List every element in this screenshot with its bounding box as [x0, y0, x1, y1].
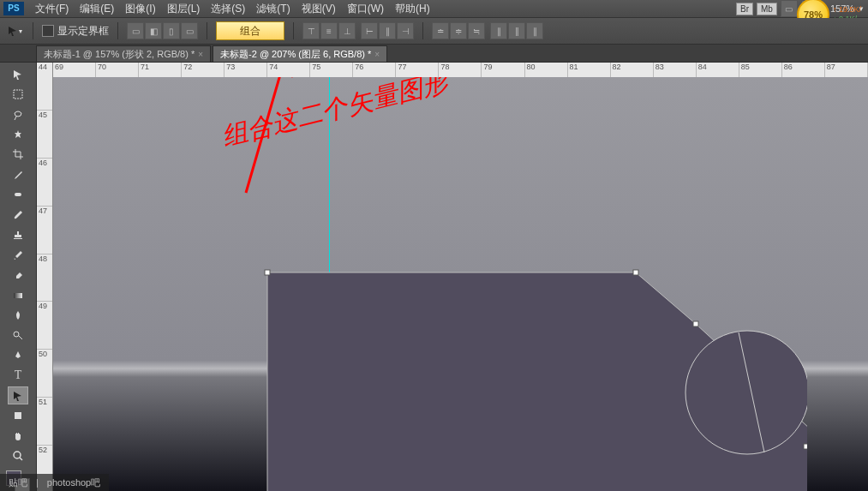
document-tab-2[interactable]: 未标题-2 @ 207% (图层 6, RGB/8) *×	[213, 45, 387, 62]
blur-tool[interactable]	[8, 306, 28, 324]
align-right-icon[interactable]: ⊣	[397, 22, 414, 39]
align-vmid-icon[interactable]: ≡	[320, 22, 338, 39]
path-select-tool[interactable]	[8, 386, 28, 404]
close-icon[interactable]: ×	[198, 50, 203, 59]
align-bottom-icon[interactable]: ⊥	[338, 22, 356, 39]
menu-help[interactable]: 帮助(H)	[390, 2, 435, 16]
menu-view[interactable]: 视图(V)	[296, 2, 341, 16]
move-tool[interactable]	[8, 65, 28, 83]
align-group-1: ⊤ ≡ ⊥	[302, 22, 356, 39]
shape-tool[interactable]	[8, 406, 28, 424]
miniBridge-chip[interactable]: Mb	[757, 3, 777, 15]
gradient-tool[interactable]	[8, 286, 28, 304]
svg-text:组合这二个矢量图形: 组合这二个矢量图形	[218, 77, 452, 151]
menu-select[interactable]: 选择(S)	[206, 2, 250, 16]
svg-rect-0	[14, 90, 22, 99]
vertical-ruler[interactable]: 444546474849505152	[37, 63, 53, 491]
menu-window[interactable]: 窗口(W)	[342, 2, 389, 16]
handwritten-annotation: 组合这二个矢量图形	[199, 77, 559, 231]
hand-tool[interactable]	[8, 427, 28, 445]
heal-tool[interactable]	[8, 186, 28, 204]
dist-4-icon[interactable]: ∥	[490, 22, 507, 39]
align-layer-icon-2[interactable]: ◧	[145, 22, 162, 39]
horizontal-ruler[interactable]: 69707172737475767778798081828384858687	[53, 63, 868, 78]
svg-point-6	[685, 331, 807, 454]
show-bounds-checkbox[interactable]: 显示定界框	[42, 24, 109, 39]
app-logo: PS	[3, 2, 24, 15]
dist-3-icon[interactable]: ≒	[468, 22, 485, 39]
eraser-tool[interactable]	[8, 266, 28, 284]
marquee-tool[interactable]	[8, 85, 28, 103]
menu-filter[interactable]: 滤镜(T)	[251, 2, 295, 16]
align-group-2: ⊢ ∥ ⊣	[361, 22, 414, 39]
brush-tool[interactable]	[8, 206, 28, 224]
lasso-tool[interactable]	[8, 105, 28, 123]
svg-rect-9	[633, 270, 638, 275]
stamp-tool[interactable]	[8, 226, 28, 244]
wand-tool[interactable]	[8, 125, 28, 143]
zoom-tool[interactable]	[8, 446, 28, 464]
align-hmid-icon[interactable]: ∥	[379, 22, 396, 39]
tool-preset-icon[interactable]: ▾	[5, 22, 24, 39]
footer-sub: photoshop吧	[47, 476, 100, 489]
svg-point-3	[14, 332, 19, 337]
menu-file[interactable]: 文件(F)	[30, 2, 74, 16]
align-layer-icon-3[interactable]: ▯	[163, 22, 180, 39]
dist-2-icon[interactable]: ≑	[450, 22, 467, 39]
close-icon[interactable]: ×	[374, 50, 380, 59]
canvas[interactable]: 组合这二个矢量图形	[53, 77, 868, 491]
svg-rect-11	[804, 444, 807, 449]
align-top-icon[interactable]: ⊤	[302, 22, 320, 39]
options-bar: ▾ 显示定界框 ▭ ◧ ▯ ▭ 组合 ⊤ ≡ ⊥ ⊢ ∥ ⊣ ≐ ≑ ≒ ∥ ‖…	[0, 18, 868, 45]
canvas-area: 69707172737475767778798081828384858687 组…	[53, 63, 868, 491]
toolbox: T	[0, 63, 37, 491]
eyedropper-tool[interactable]	[8, 165, 28, 183]
distribute-group-1: ≐ ≑ ≒	[432, 22, 485, 39]
history-brush-tool[interactable]	[8, 246, 28, 264]
align-layer-icon-1[interactable]: ▭	[127, 22, 144, 39]
combine-button[interactable]: 组合	[216, 21, 284, 40]
footer-site: 贴吧	[9, 476, 27, 489]
screen-mode-icon[interactable]: ▭	[781, 0, 798, 17]
footer-watermark: 贴吧 | photoshop吧	[0, 474, 109, 491]
svg-point-5	[14, 452, 21, 458]
dist-6-icon[interactable]: ∥	[526, 22, 543, 39]
menu-image[interactable]: 图像(I)	[120, 2, 160, 16]
align-edges-group: ▭ ◧ ▯ ▭	[127, 22, 198, 39]
svg-rect-4	[15, 412, 21, 419]
document-tab-1[interactable]: 未标题-1 @ 157% (形状 2, RGB/8) *×	[36, 45, 211, 62]
dist-5-icon[interactable]: ‖	[508, 22, 525, 39]
vector-shape[interactable]	[259, 264, 807, 491]
distribute-group-2: ∥ ‖ ∥	[490, 22, 543, 39]
menu-bar: PS 文件(F) 编辑(E) 图像(I) 图层(L) 选择(S) 滤镜(T) 视…	[0, 0, 868, 18]
menu-edit[interactable]: 编辑(E)	[75, 2, 119, 16]
align-left-icon[interactable]: ⊢	[361, 22, 378, 39]
bridge-chip[interactable]: Br	[736, 3, 753, 15]
type-tool[interactable]: T	[8, 367, 28, 385]
crop-tool[interactable]	[8, 146, 28, 164]
pen-tool[interactable]	[8, 346, 28, 364]
svg-rect-2	[14, 293, 22, 298]
workspace: T 444546474849505152 6970717273747576777…	[0, 63, 868, 491]
dodge-tool[interactable]	[8, 326, 28, 344]
menu-layer[interactable]: 图层(L)	[162, 2, 206, 16]
svg-rect-10	[693, 321, 698, 326]
document-tabs: 未标题-1 @ 157% (形状 2, RGB/8) *× 未标题-2 @ 20…	[0, 45, 868, 63]
svg-rect-8	[265, 270, 270, 275]
align-layer-icon-4[interactable]: ▭	[181, 22, 198, 39]
dist-1-icon[interactable]: ≐	[432, 22, 449, 39]
svg-rect-1	[15, 193, 21, 196]
